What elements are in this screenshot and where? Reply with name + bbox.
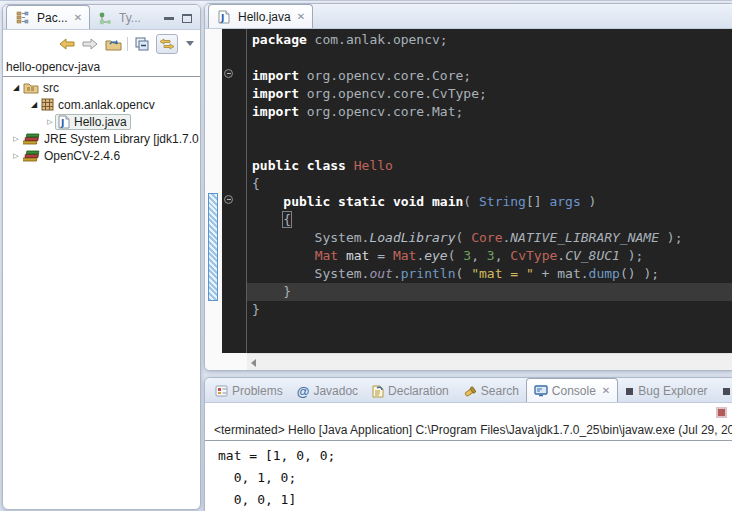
console-output-line: 0, 0, 1] bbox=[218, 489, 732, 511]
fold-collapse-icon[interactable] bbox=[224, 195, 233, 204]
selected-item-highlight: J Hello.java bbox=[55, 114, 131, 130]
code-line[interactable]: System.out.println( "mat = " + mat.dump(… bbox=[252, 265, 732, 283]
package-explorer-tree: ◢ src ◢ com.anlak.opencv ▷ J Hello.java … bbox=[3, 77, 200, 164]
expanded-icon[interactable]: ◢ bbox=[29, 100, 39, 109]
console-panel: Problems @ Javadoc Declaration Search Co… bbox=[204, 377, 732, 511]
tab-hello-java[interactable]: J Hello.java ✕ bbox=[208, 4, 313, 28]
tab-bug[interactable]: Bug bbox=[715, 380, 732, 402]
code-line[interactable]: import org.opencv.core.Mat; bbox=[252, 103, 732, 121]
tree-item-label: com.anlak.opencv bbox=[58, 98, 155, 112]
svg-text:J: J bbox=[60, 118, 64, 128]
code-line[interactable] bbox=[252, 49, 732, 67]
tab-label: Pac... bbox=[37, 11, 68, 25]
close-icon[interactable]: ✕ bbox=[72, 12, 82, 23]
code-line[interactable]: { bbox=[252, 175, 732, 193]
declaration-icon bbox=[372, 385, 384, 398]
tree-item-src[interactable]: ◢ src bbox=[3, 79, 200, 96]
tab-label: Hello.java bbox=[238, 10, 291, 24]
collapsed-icon[interactable]: ▷ bbox=[11, 135, 21, 143]
tree-item-label: src bbox=[43, 81, 59, 95]
console-output-line: 0, 1, 0; bbox=[218, 467, 732, 489]
code-line[interactable]: Mat mat = Mat.eye( 3, 3, CvType.CV_8UC1 … bbox=[252, 247, 732, 265]
collapsed-icon[interactable]: ▷ bbox=[11, 152, 21, 160]
bug-icon bbox=[722, 387, 731, 396]
tab-declaration[interactable]: Declaration bbox=[365, 380, 456, 402]
console-icon bbox=[534, 385, 548, 397]
tree-item-label: OpenCV-2.4.6 bbox=[44, 149, 120, 163]
link-with-editor-icon[interactable] bbox=[156, 34, 178, 54]
horizontal-scrollbar[interactable] bbox=[247, 353, 732, 371]
toolbar-separator bbox=[127, 37, 128, 51]
console-status-line: <terminated> Hello [Java Application] C:… bbox=[205, 422, 732, 441]
package-explorer-icon bbox=[16, 11, 29, 24]
collapsed-icon[interactable]: ▷ bbox=[45, 118, 55, 126]
code-line[interactable]: { bbox=[252, 211, 732, 229]
minimize-icon[interactable] bbox=[164, 17, 174, 21]
tab-problems[interactable]: Problems bbox=[208, 380, 290, 402]
console-toolbar bbox=[205, 403, 732, 422]
source-folder-icon bbox=[23, 81, 39, 94]
up-refresh-icon[interactable] bbox=[104, 35, 122, 53]
code-line[interactable]: } bbox=[252, 301, 732, 319]
close-icon[interactable]: ✕ bbox=[295, 11, 305, 22]
collapse-all-icon[interactable] bbox=[133, 35, 151, 53]
tab-label: Ty... bbox=[119, 11, 141, 25]
console-output-line: mat = [1, 0, 0; bbox=[218, 445, 732, 467]
tab-javadoc[interactable]: @ Javadoc bbox=[290, 380, 365, 402]
console-view: <terminated> Hello [Java Application] C:… bbox=[205, 403, 732, 511]
project-root-label[interactable]: hello-opencv-java bbox=[3, 57, 200, 76]
tree-item-opencv-library[interactable]: ▷ OpenCV-2.4.6 bbox=[3, 147, 200, 164]
expanded-icon[interactable]: ◢ bbox=[11, 83, 21, 92]
code-text-area[interactable]: package com.anlak.opencv;import org.open… bbox=[246, 29, 732, 353]
fold-collapse-icon[interactable] bbox=[224, 69, 233, 78]
code-line[interactable]: import org.opencv.core.CvType; bbox=[252, 85, 732, 103]
library-icon bbox=[23, 133, 40, 145]
tree-item-hello-java[interactable]: ▷ J Hello.java bbox=[3, 113, 200, 130]
range-indicator bbox=[208, 193, 218, 301]
java-file-icon: J bbox=[218, 10, 230, 24]
tab-type-hierarchy[interactable]: Ty... bbox=[90, 7, 148, 29]
close-icon[interactable]: ✕ bbox=[600, 385, 610, 396]
scroll-left-arrow-icon[interactable] bbox=[251, 359, 256, 367]
tab-package-explorer[interactable]: Pac... ✕ bbox=[6, 5, 90, 29]
type-hierarchy-icon bbox=[99, 12, 111, 25]
tree-item-label: Hello.java bbox=[74, 115, 127, 129]
bug-explorer-icon bbox=[625, 387, 634, 396]
terminate-icon[interactable] bbox=[716, 407, 727, 418]
code-line[interactable]: System.LoadLibrary( Core.NATIVE_LIBRARY_… bbox=[252, 229, 732, 247]
view-menu-chevron-icon[interactable] bbox=[186, 41, 194, 46]
tab-bug-explorer[interactable]: Bug Explorer bbox=[618, 380, 714, 402]
maximize-icon[interactable] bbox=[182, 14, 192, 23]
folding-ruler[interactable] bbox=[222, 29, 246, 353]
code-line[interactable] bbox=[252, 139, 732, 157]
tree-item-package[interactable]: ◢ com.anlak.opencv bbox=[3, 96, 200, 113]
view-window-buttons bbox=[164, 14, 200, 29]
code-line[interactable]: } bbox=[247, 283, 732, 301]
tab-search[interactable]: Search bbox=[456, 380, 526, 402]
back-icon[interactable] bbox=[58, 35, 76, 53]
code-line[interactable] bbox=[252, 121, 732, 139]
code-line[interactable]: public static void main( String[] args ) bbox=[252, 193, 732, 211]
editor-hscrollbar-row bbox=[205, 353, 732, 371]
package-explorer-panel: Pac... ✕ Ty... hel bbox=[2, 4, 201, 510]
code-line[interactable]: package com.anlak.opencv; bbox=[252, 31, 732, 49]
annotation-ruler[interactable] bbox=[205, 29, 222, 353]
hscroll-spacer bbox=[205, 353, 247, 371]
forward-icon[interactable] bbox=[81, 35, 99, 53]
tree-item-jre-library[interactable]: ▷ JRE System Library [jdk1.7.0 bbox=[3, 130, 200, 147]
editor-panel: J Hello.java ✕ package com.anlak.opencv;… bbox=[204, 3, 732, 371]
java-file-icon: J bbox=[58, 115, 70, 129]
editor-tab-row: J Hello.java ✕ bbox=[205, 4, 732, 29]
tab-console[interactable]: Console ✕ bbox=[526, 378, 618, 402]
search-flashlight-icon bbox=[463, 385, 477, 398]
code-line[interactable]: import org.opencv.core.Core; bbox=[252, 67, 732, 85]
javadoc-icon: @ bbox=[297, 384, 310, 399]
library-icon bbox=[23, 150, 40, 162]
svg-text:J: J bbox=[220, 13, 224, 23]
tab-label: Declaration bbox=[388, 384, 449, 398]
console-output[interactable]: mat = [1, 0, 0; 0, 1, 0; 0, 0, 1] bbox=[205, 441, 732, 511]
tab-label: Javadoc bbox=[313, 384, 358, 398]
code-editor[interactable]: package com.anlak.opencv;import org.open… bbox=[205, 29, 732, 353]
bottom-tab-row: Problems @ Javadoc Declaration Search Co… bbox=[205, 378, 732, 403]
code-line[interactable]: public class Hello bbox=[252, 157, 732, 175]
